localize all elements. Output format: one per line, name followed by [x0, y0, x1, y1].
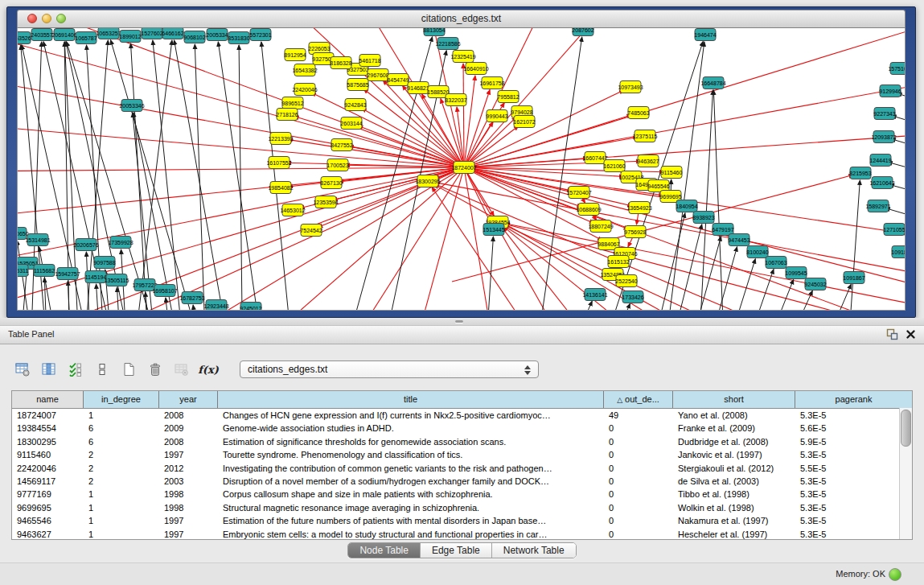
graph-node[interactable]: 9896512 [281, 97, 303, 109]
table-row[interactable]: 946362711997Embryonic stem cells: a mode… [12, 528, 912, 540]
panel-divider[interactable] [0, 318, 924, 325]
graph-node[interactable]: 16782753 [179, 292, 204, 304]
show-columns-icon[interactable] [41, 361, 57, 377]
graph-node[interactable]: 9097588 [93, 257, 115, 269]
graph-node[interactable]: 12923448 [203, 300, 228, 311]
graph-node[interactable]: 20691406 [51, 29, 76, 41]
graph-node[interactable]: 9245012 [240, 303, 261, 311]
column-header-in-degree[interactable]: in_degree [84, 391, 159, 408]
close-panel-icon[interactable] [906, 329, 916, 340]
graph-node[interactable]: 10688609 [576, 204, 601, 216]
table-row[interactable]: 946554611997Estimation of the future num… [12, 514, 912, 527]
graph-node[interactable]: 16640910 [463, 63, 488, 75]
network-window-titlebar[interactable]: citations_edges.txt [17, 10, 906, 28]
graph-node[interactable]: 12218586 [435, 38, 460, 50]
graph-node[interactable]: 1091867 [843, 272, 864, 284]
graph-node[interactable]: 9245032 [804, 278, 826, 290]
citation-network-graph[interactable]: 1872400789129542226053932750616543382224… [18, 28, 906, 311]
graph-node[interactable]: 2603144 [340, 117, 362, 130]
graph-node[interactable]: 8100240 [746, 246, 768, 258]
graph-node[interactable]: 1700523 [326, 159, 348, 171]
graph-node[interactable]: 1513445 [483, 224, 504, 236]
column-header-year[interactable]: year [159, 391, 218, 408]
graph-node[interactable]: 9242843 [344, 99, 366, 111]
graph-node[interactable]: 16648784 [700, 77, 725, 89]
graph-node[interactable]: 1621060 [603, 160, 625, 172]
graph-node[interactable]: 19854082 [268, 182, 293, 194]
graph-node[interactable]: 9146821 [407, 82, 429, 94]
graph-node[interactable]: 20053346 [119, 100, 144, 112]
graph-node[interactable]: 16210643 [869, 177, 894, 189]
graph-node[interactable]: 1615132 [607, 256, 629, 268]
graph-node[interactable]: 10973493 [618, 81, 643, 93]
graph-node[interactable]: 8322037 [445, 94, 466, 106]
rows-icon[interactable] [94, 361, 110, 377]
graph-node[interactable]: 1244419 [869, 154, 891, 167]
graph-node[interactable]: 13654923 [626, 202, 651, 214]
graph-node[interactable]: 1099545 [785, 267, 807, 279]
column-header-name[interactable]: name [12, 391, 84, 408]
column-header-short[interactable]: short [673, 391, 795, 408]
graph-node[interactable]: 16958107 [152, 285, 177, 297]
graph-node[interactable]: 8938923 [692, 212, 714, 224]
graph-node[interactable]: 22420046 [292, 84, 317, 96]
graph-node[interactable]: 5875685 [347, 79, 368, 91]
graph-node[interactable]: 16961758 [479, 77, 504, 89]
graph-node[interactable]: 1115682 [34, 265, 55, 277]
graph-node[interactable]: 10653257 [96, 28, 121, 39]
graph-node[interactable]: 18300295 [415, 175, 440, 187]
graph-node[interactable]: 2005334 [206, 29, 228, 41]
graph-node[interactable]: 1899012 [119, 31, 141, 43]
graph-node[interactable]: 1065787 [75, 32, 97, 44]
column-header-pagerank[interactable]: pagerank [795, 391, 912, 408]
graph-node[interactable]: 1733426 [622, 291, 643, 303]
table-row[interactable]: 2242004622012Investigating the contribut… [12, 462, 912, 475]
graph-node[interactable]: 8186328 [330, 57, 351, 69]
graph-node[interactable]: 1145194 [85, 271, 107, 283]
graph-node[interactable]: 6466162 [162, 28, 183, 39]
fx-icon[interactable]: f(x) [200, 361, 216, 377]
graph-node[interactable]: 18724007 [451, 162, 476, 174]
network-view-window[interactable]: citations_edges.txt 18724007891295422260… [6, 6, 916, 318]
select-all-icon[interactable] [68, 361, 84, 377]
trash-icon[interactable] [147, 361, 163, 377]
graph-node[interactable]: 16543382 [292, 64, 317, 76]
graph-node[interactable]: 7955812 [497, 91, 519, 103]
table-row[interactable]: 1830029562008Estimation of significance … [12, 435, 912, 448]
graph-node[interactable]: 2718126 [276, 109, 298, 121]
graph-node[interactable]: 8215953 [849, 167, 871, 179]
tab-node-table[interactable]: Node Table [348, 543, 420, 558]
graph-node[interactable]: 15892971 [865, 200, 890, 212]
graph-node[interactable]: 3915311 [18, 265, 28, 277]
graph-node[interactable]: 15720407 [566, 187, 591, 199]
graph-node[interactable]: 1527602 [141, 28, 162, 39]
tab-network-table[interactable]: Network Table [491, 543, 576, 558]
table-row[interactable]: 977716911998Corpus callosum shape and si… [12, 488, 912, 501]
graph-node[interactable]: 12325419 [450, 51, 475, 63]
graph-node[interactable]: 9115460 [661, 167, 683, 179]
graph-node[interactable]: 8531830 [228, 32, 249, 44]
graph-node[interactable]: 14136141 [582, 289, 607, 301]
graph-node[interactable]: 7524542 [300, 225, 322, 237]
graph-node[interactable]: 14653012 [280, 204, 305, 216]
graph-node[interactable]: 9990443 [486, 110, 507, 122]
graph-node[interactable]: 1946474 [694, 29, 716, 41]
graph-node[interactable]: 15314981 [25, 234, 50, 246]
graph-node[interactable]: 2403557 [31, 29, 52, 41]
float-panel-icon[interactable] [886, 328, 898, 340]
column-header-out-de-[interactable]: △out_de... [604, 391, 673, 408]
graph-node[interactable]: 9068102 [183, 31, 205, 43]
table-row[interactable]: 969969511998Structural magnetic resonanc… [12, 501, 912, 514]
graph-node[interactable]: 12353594 [313, 196, 338, 208]
graph-node[interactable]: 8427552 [331, 139, 352, 151]
scrollbar-thumb[interactable] [901, 410, 911, 447]
graph-node[interactable]: 8454749 [387, 74, 409, 86]
graph-node[interactable]: 9227343 [873, 108, 895, 120]
graph-node[interactable]: 15751074 [888, 63, 906, 75]
graph-node[interactable]: 18807249 [588, 220, 613, 233]
graph-node[interactable]: 8912954 [284, 49, 306, 61]
graph-node[interactable]: 15942757 [55, 268, 80, 280]
memory-status-indicator[interactable] [889, 568, 901, 581]
network-canvas[interactable]: 1872400789129542226053932750616543382224… [17, 28, 906, 311]
graph-node[interactable]: 1621072 [513, 116, 535, 128]
